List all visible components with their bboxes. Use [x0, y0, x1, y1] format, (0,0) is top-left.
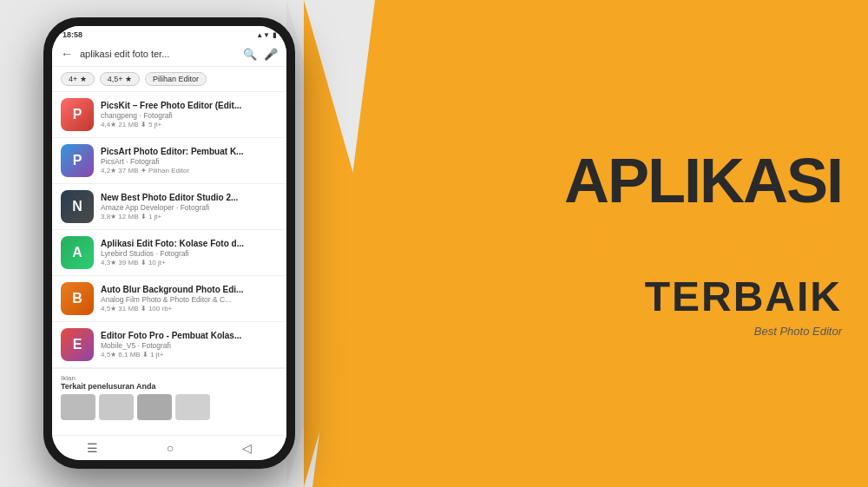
filter-chip-2[interactable]: Pilihan Editor [145, 72, 207, 86]
app-info: PicsArt Photo Editor: Pembuat K... PicsA… [101, 147, 278, 174]
app-meta: 4,4★ 21 MB ⬇ 5 jt+ [101, 121, 278, 128]
app-meta: 3,8★ 12 MB ⬇ 1 jt+ [101, 213, 278, 220]
app-info: PicsKit – Free Photo Editor (Edit... cha… [101, 101, 278, 128]
app-list: P PicsKit – Free Photo Editor (Edit... c… [52, 92, 286, 435]
app-name: PicsArt Photo Editor: Pembuat K... [101, 147, 278, 156]
app-name: Auto Blur Background Photo Edi... [101, 285, 278, 294]
phone-device: 18:58 ▲▼ ▮ ← aplikasi edit foto ter... 🔍… [43, 17, 295, 469]
app-developer: Amaze App Developer · Fotografi [101, 203, 278, 212]
app-developer: Analog Film Photo & Photo Editor & C... [101, 295, 278, 304]
filter-chip-0[interactable]: 4+ ★ [61, 72, 95, 86]
ad-thumb-4[interactable] [175, 394, 210, 420]
ad-section: Iklan Terkait penelusuran Anda [52, 368, 286, 424]
app-icon: E [61, 328, 94, 361]
app-name: Editor Foto Pro - Pembuat Kolas... [101, 331, 278, 340]
nav-back-icon[interactable]: ◁ [242, 441, 252, 455]
app-list-item[interactable]: N New Best Photo Editor Studio 2... Amaz… [52, 184, 286, 230]
status-bar: 18:58 ▲▼ ▮ [52, 26, 286, 42]
arrow-decoration-2 [304, 0, 373, 487]
search-query-text: aplikasi edit foto ter... [80, 49, 236, 59]
headline-content: APLIKASI EDIT FOTO TERBAIK Best Photo Ed… [477, 149, 842, 339]
app-developer: Lyrebird Studios · Fotografi [101, 249, 278, 258]
app-meta: 4,2★ 37 MB ✦ Pilihan Editor [101, 167, 278, 174]
search-bar[interactable]: ← aplikasi edit foto ter... 🔍 🎤 [52, 42, 286, 67]
app-info: Auto Blur Background Photo Edi... Analog… [101, 285, 278, 313]
app-icon: B [61, 282, 94, 315]
app-name: PicsKit – Free Photo Editor (Edit... [101, 101, 278, 110]
app-meta: 4,5★ 6,1 MB ⬇ 1 jt+ [101, 351, 278, 359]
wifi-icon: ▲▼ [256, 31, 270, 39]
app-list-item[interactable]: E Editor Foto Pro - Pembuat Kolas... Mob… [52, 322, 286, 368]
ad-label: Iklan [61, 374, 278, 382]
ad-thumbnails [61, 394, 278, 420]
filter-chip-1[interactable]: 4,5+ ★ [100, 72, 140, 86]
app-info: Aplikasi Edit Foto: Kolase Foto d... Lyr… [101, 239, 278, 267]
app-icon: P [61, 98, 94, 131]
back-button[interactable]: ← [61, 47, 73, 61]
app-icon: P [61, 144, 94, 177]
nav-home-icon[interactable]: ☰ [87, 441, 98, 455]
headline-subtitle: Best Photo Editor [477, 325, 842, 338]
headline-line3: TERBAIK [477, 274, 842, 320]
phone-wrapper: 18:58 ▲▼ ▮ ← aplikasi edit foto ter... 🔍… [17, 17, 312, 477]
app-name: Aplikasi Edit Foto: Kolase Foto d... [101, 239, 278, 248]
filter-chips: 4+ ★ 4,5+ ★ Pilihan Editor [52, 67, 286, 92]
ad-title: Terkait penelusuran Anda [61, 382, 278, 391]
app-list-item[interactable]: P PicsArt Photo Editor: Pembuat K... Pic… [52, 138, 286, 184]
app-icon: N [61, 190, 94, 223]
app-icon: A [61, 236, 94, 269]
app-developer: Mobile_V5 · Fotografi [101, 341, 278, 350]
ad-thumb-2[interactable] [99, 394, 134, 420]
nav-home-button[interactable]: ○ [167, 441, 174, 455]
headline-line1: APLIKASI [477, 149, 842, 212]
phone-screen: 18:58 ▲▼ ▮ ← aplikasi edit foto ter... 🔍… [52, 26, 286, 460]
ad-thumb-3[interactable] [137, 394, 172, 420]
bottom-nav: ☰ ○ ◁ [52, 435, 286, 460]
app-list-item[interactable]: P PicsKit – Free Photo Editor (Edit... c… [52, 92, 286, 138]
mic-icon[interactable]: 🎤 [264, 48, 278, 61]
app-list-item[interactable]: A Aplikasi Edit Foto: Kolase Foto d... L… [52, 230, 286, 276]
app-meta: 4,3★ 39 MB ⬇ 10 jt+ [101, 259, 278, 267]
headline-edit: EDIT FOTO [525, 208, 842, 278]
battery-icon: ▮ [273, 31, 276, 39]
app-developer: changpeng · Fotografi [101, 111, 278, 120]
app-list-item[interactable]: B Auto Blur Background Photo Edi... Anal… [52, 276, 286, 322]
search-icon[interactable]: 🔍 [243, 48, 257, 61]
app-name: New Best Photo Editor Studio 2... [101, 193, 278, 202]
app-info: New Best Photo Editor Studio 2... Amaze … [101, 193, 278, 220]
search-actions: 🔍 🎤 [243, 48, 278, 61]
status-right: ▲▼ ▮ [256, 31, 276, 39]
app-meta: 4,5★ 31 MB ⬇ 100 rb+ [101, 305, 278, 313]
app-info: Editor Foto Pro - Pembuat Kolas... Mobil… [101, 331, 278, 359]
ad-thumb-1[interactable] [61, 394, 95, 420]
app-developer: PicsArt · Fotografi [101, 157, 278, 166]
status-time: 18:58 [62, 30, 82, 39]
